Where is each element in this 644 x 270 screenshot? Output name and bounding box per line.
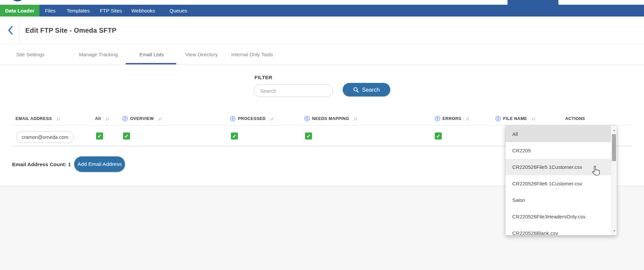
checkbox-errors[interactable]: ✓ xyxy=(435,132,442,140)
page-header: Edit FTP Site - Omeda SFTP xyxy=(0,17,644,44)
scroll-up-icon[interactable]: ▲ xyxy=(611,126,617,134)
column-label: FILE NAME xyxy=(503,116,527,121)
column-header-overview: i OVERVIEW ↓↑ xyxy=(122,114,161,123)
checkbox-processed[interactable]: ✓ xyxy=(231,132,238,140)
sort-icon[interactable]: ↓↑ xyxy=(270,116,273,121)
column-label: EMAIL ADDRESS xyxy=(16,116,52,121)
nav-item-queues[interactable]: Queues xyxy=(170,5,187,17)
nav-item-ftp-sites[interactable]: FTP Sites xyxy=(100,5,122,17)
page-title: Edit FTP Site - Omeda SFTP xyxy=(25,17,116,44)
tab-internal-only-tools[interactable]: Internal Only Tools xyxy=(231,44,273,64)
dropdown-item[interactable]: All xyxy=(505,126,617,142)
sort-icon[interactable]: ↓↑ xyxy=(105,116,109,121)
column-label: OVERVIEW xyxy=(130,116,154,121)
sort-icon[interactable]: ↓↑ xyxy=(354,116,357,121)
column-header-actions: ACTIONS xyxy=(565,114,585,123)
column-label: ACTIONS xyxy=(565,116,585,121)
email-address-input[interactable] xyxy=(16,131,74,143)
app-logo-icon xyxy=(13,0,22,1)
info-icon[interactable]: i xyxy=(122,116,128,121)
search-button[interactable]: Search xyxy=(343,83,390,96)
sort-icon[interactable]: ↓↑ xyxy=(56,116,60,121)
column-header-all: All ↓↑ xyxy=(95,114,109,123)
column-header-file-name: i FILE NAME ↓↑ xyxy=(495,114,535,123)
add-email-address-button[interactable]: Add Email Address xyxy=(74,156,125,172)
info-icon[interactable]: i xyxy=(230,116,236,121)
top-right-tab-fragment xyxy=(508,0,558,5)
column-header-processed: i PROCESSED ↓↑ xyxy=(230,114,273,123)
dropdown-scrollbar[interactable]: ▲ ▼ xyxy=(611,126,617,235)
column-header-errors: i ERRORS ↓↑ xyxy=(435,114,469,123)
dropdown-item[interactable]: CR220526File6 1Customer.csv xyxy=(505,175,617,192)
main-navbar: Data Loader Files Templates FTP Sites We… xyxy=(0,5,644,17)
column-label: NEEDS MAPPING xyxy=(312,116,349,121)
tab-manage-tracking[interactable]: Manage Tracking xyxy=(79,44,118,64)
top-strip xyxy=(0,0,644,5)
dropdown-item[interactable]: CR220526File5 1Customer.csv xyxy=(505,159,617,175)
back-chevron-icon xyxy=(7,25,15,35)
nav-item-files[interactable]: Files xyxy=(45,5,56,17)
dropdown-item[interactable]: CR220526Blank.csv xyxy=(505,225,617,235)
sort-icon[interactable]: ↓↑ xyxy=(466,116,469,121)
sort-icon[interactable]: ↓↑ xyxy=(531,116,535,121)
nav-item-webhooks[interactable]: Webhooks xyxy=(131,5,155,17)
tab-view-directory[interactable]: View Directory xyxy=(185,44,218,64)
search-button-label: Search xyxy=(362,87,379,93)
table-header-border xyxy=(12,125,632,125)
column-header-needs-mapping: i NEEDS MAPPING ↓↑ xyxy=(304,114,357,123)
column-label: ERRORS xyxy=(442,116,461,121)
tab-site-settings[interactable]: Site Settings xyxy=(16,44,44,64)
info-icon[interactable]: i xyxy=(435,116,440,121)
search-input[interactable] xyxy=(254,84,333,97)
checkbox-overview[interactable]: ✓ xyxy=(123,132,130,140)
file-name-dropdown: All CR2205 CR220526File5 1Customer.csv C… xyxy=(505,126,617,235)
nav-item-data-loader[interactable]: Data Loader xyxy=(0,5,39,17)
column-header-email-address: EMAIL ADDRESS ↓↑ xyxy=(16,114,60,123)
info-icon[interactable]: i xyxy=(304,116,310,121)
back-button[interactable] xyxy=(7,25,15,35)
checkbox-needs-mapping[interactable]: ✓ xyxy=(305,132,312,140)
nav-item-templates[interactable]: Templates xyxy=(67,5,90,17)
active-tab-underline xyxy=(126,63,176,64)
email-address-count: Email Address Count: 1 xyxy=(12,161,71,168)
app-window: Data Loader Files Templates FTP Sites We… xyxy=(0,0,644,270)
tab-email-lists[interactable]: Email Lists xyxy=(140,44,164,64)
column-label: All xyxy=(95,116,101,121)
search-icon xyxy=(353,87,359,93)
dropdown-item[interactable]: CR220526File3HeadersOnly.csv xyxy=(505,208,617,225)
header-divider xyxy=(20,17,20,44)
filter-label: FILTER xyxy=(254,74,272,80)
dropdown-item[interactable]: Salon xyxy=(505,192,617,208)
checkbox-all[interactable]: ✓ xyxy=(96,132,103,140)
column-label: PROCESSED xyxy=(238,116,266,121)
sort-icon[interactable]: ↓↑ xyxy=(158,116,161,121)
tab-bar: Site Settings Manage Tracking Email List… xyxy=(0,44,644,65)
scrollbar-thumb[interactable] xyxy=(612,134,616,161)
scroll-down-icon[interactable]: ▼ xyxy=(611,227,617,235)
info-icon[interactable]: i xyxy=(495,116,501,121)
dropdown-item[interactable]: CR2205 xyxy=(505,142,617,159)
